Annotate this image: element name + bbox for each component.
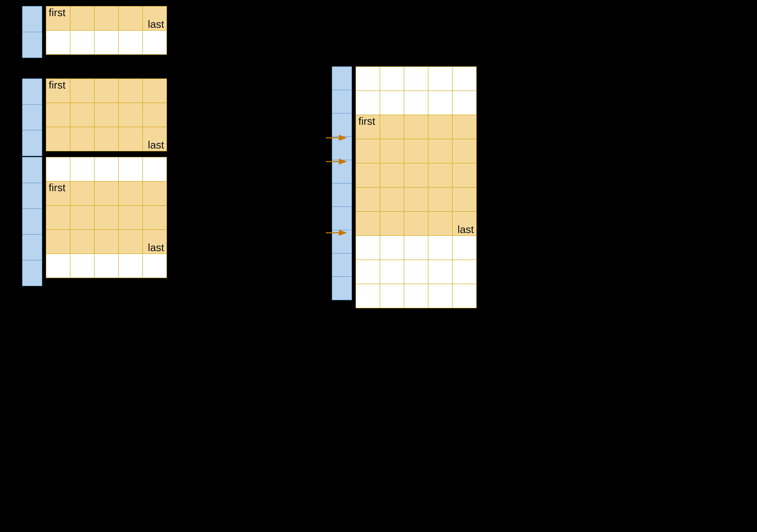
grid-middle-left: first last <box>46 78 167 151</box>
last-label-middle-left: last <box>142 127 167 151</box>
last-label-bottom-left: last <box>142 230 167 254</box>
grid-top-left: first last <box>46 6 167 55</box>
first-label-top-left: first <box>46 6 70 30</box>
first-label-right: first <box>356 115 380 139</box>
blue-column-bottom-left <box>22 157 42 286</box>
blue-column-middle-left <box>22 78 42 156</box>
last-label-top-left: last <box>142 6 167 30</box>
blue-column-top-left <box>22 6 42 58</box>
first-label-middle-left: first <box>46 79 70 103</box>
grid-bottom-left: first last <box>46 157 167 278</box>
arrows-right <box>324 66 348 308</box>
grid-right: first <box>355 66 477 308</box>
first-label-bottom-left: first <box>46 181 70 205</box>
last-label-right: last <box>452 211 476 235</box>
